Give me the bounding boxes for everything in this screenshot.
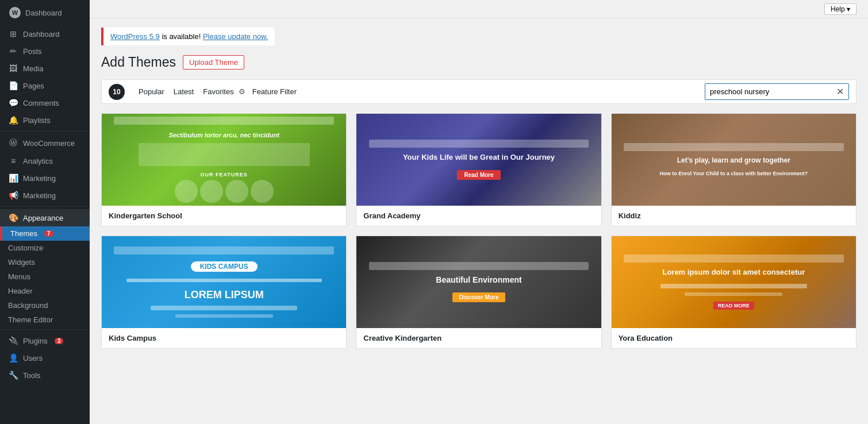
wp-update-notice: WordPress 5.9 is available! Please updat…	[101, 28, 275, 45]
sidebar-item-dashboard[interactable]: ⊞ Dashboard	[0, 25, 90, 43]
sidebar-item-label: Dashboard	[23, 30, 60, 38]
sidebar-item-comments[interactable]: 💬 Comments	[0, 94, 90, 111]
media-icon: 🖼	[8, 64, 18, 73]
plugins-icon: 🔌	[8, 336, 18, 345]
menus-label: Menus	[8, 272, 30, 281]
theme-grid: Sectibulum tortor arcu, nec tincidunt OU…	[101, 113, 857, 349]
theme-preview-creative: Beautiful Environment Discover More	[356, 236, 601, 328]
dashboard-icon: ⊞	[8, 29, 18, 38]
theme-preview-grand-academy: Your Kids Life will be Great in Our Jour…	[356, 114, 601, 206]
theme-card-yora[interactable]: Lorem ipsum dolor sit amet consectetur R…	[611, 236, 857, 349]
wp-version-link[interactable]: WordPress 5.9	[110, 32, 160, 41]
theme-card-kindergarten[interactable]: Sectibulum tortor arcu, nec tincidunt OU…	[101, 113, 347, 226]
filter-feature[interactable]: Feature Filter	[248, 85, 301, 98]
sidebar-item-pages[interactable]: 📄 Pages	[0, 77, 90, 94]
search-clear-button[interactable]: ✕	[832, 84, 848, 99]
pages-icon: 📄	[8, 81, 18, 90]
page-title: Add Themes	[101, 55, 176, 70]
theme-editor-label: Theme Editor	[8, 315, 53, 324]
main-content: Help ▾ WordPress 5.9 is available! Pleas…	[90, 0, 868, 424]
playlists-icon: 🔔	[8, 115, 18, 125]
gear-icon: ⚙	[239, 87, 245, 96]
update-now-link[interactable]: Please update now.	[203, 32, 268, 41]
theme-name-kids-campus: Kids Campus	[102, 328, 346, 348]
sidebar-item-label: Marketing	[23, 174, 56, 183]
sidebar-item-appearance[interactable]: 🎨 Appearance	[0, 209, 90, 226]
sidebar: W Dashboard ⊞ Dashboard ✏ Posts 🖼 Media …	[0, 0, 90, 424]
sidebar-logo-label: Dashboard	[25, 9, 62, 17]
sidebar-item-background[interactable]: Background	[0, 298, 90, 313]
sidebar-item-menus[interactable]: Menus	[0, 269, 90, 284]
tools-icon: 🔧	[8, 371, 18, 380]
header-label: Header	[8, 287, 33, 295]
filter-latest[interactable]: Latest	[169, 85, 198, 98]
themes-badge: 7	[44, 230, 53, 237]
theme-card-grand-academy[interactable]: Your Kids Life will be Great in Our Jour…	[356, 113, 601, 226]
theme-card-kiddiz[interactable]: Let's play, learn and grow together How …	[611, 113, 857, 226]
sidebar-item-themes[interactable]: Themes 7	[0, 226, 90, 241]
upload-theme-button[interactable]: Upload Theme	[183, 55, 244, 70]
sidebar-item-header[interactable]: Header	[0, 284, 90, 298]
theme-preview-kiddiz: Let's play, learn and grow together How …	[612, 114, 856, 206]
appearance-icon: 🎨	[8, 213, 18, 222]
sidebar-item-tools[interactable]: 🔧 Tools	[0, 367, 90, 384]
content-area: WordPress 5.9 is available! Please updat…	[90, 18, 868, 358]
sidebar-item-label: Users	[23, 354, 43, 363]
analytics-icon: 📊	[8, 174, 18, 183]
page-header: Add Themes Upload Theme	[101, 55, 857, 70]
themes-label: Themes	[10, 229, 37, 238]
filter-favorites[interactable]: Favorites	[198, 85, 238, 98]
topbar: Help ▾	[90, 0, 868, 18]
sidebar-item-label: Pages	[23, 82, 44, 90]
sidebar-item-marketing[interactable]: 📢 Marketing	[0, 187, 90, 204]
plugins-badge: 3	[55, 338, 64, 344]
sidebar-item-media[interactable]: 🖼 Media	[0, 60, 90, 77]
sidebar-item-woocommerce[interactable]: Ⓦ WooCommerce	[0, 134, 90, 152]
filter-bar: 10 Popular Latest Favorites ⚙ Feature Fi…	[101, 79, 857, 104]
theme-card-creative[interactable]: Beautiful Environment Discover More Crea…	[356, 236, 601, 349]
sidebar-logo[interactable]: W Dashboard	[0, 0, 90, 25]
widgets-label: Widgets	[8, 258, 35, 267]
sidebar-item-posts[interactable]: ✏ Posts	[0, 43, 90, 60]
search-box: ✕	[705, 83, 849, 100]
marketing-icon: 📢	[8, 191, 18, 200]
filter-popular[interactable]: Popular	[134, 85, 169, 98]
sidebar-item-label: Tools	[23, 371, 40, 380]
comments-icon: 💬	[8, 98, 18, 107]
sidebar-item-plugins[interactable]: 🔌 Plugins 3	[0, 332, 90, 349]
theme-name-yora: Yora Education	[612, 328, 856, 348]
theme-preview-kindergarten: Sectibulum tortor arcu, nec tincidunt OU…	[102, 114, 346, 206]
sidebar-item-label: Plugins	[23, 337, 48, 345]
theme-card-kids-campus[interactable]: KIDS CAMPUS LOREM LIPSUM Kids Campus	[101, 236, 347, 349]
theme-preview-yora: Lorem ipsum dolor sit amet consectetur R…	[612, 236, 856, 328]
users-icon: 👤	[8, 353, 18, 363]
products-icon: ≡	[8, 156, 18, 165]
theme-name-kiddiz: Kiddiz	[612, 206, 856, 226]
appearance-submenu: Themes 7 Customize Widgets Menus Header …	[0, 226, 90, 327]
sidebar-divider-1	[0, 131, 90, 132]
filter-count: 10	[109, 84, 125, 100]
sidebar-item-products[interactable]: ≡ Analytics	[0, 152, 90, 169]
sidebar-item-customize[interactable]: Customize	[0, 241, 90, 255]
sidebar-item-users[interactable]: 👤 Users	[0, 349, 90, 367]
search-input[interactable]	[705, 85, 832, 98]
sidebar-item-label: Posts	[23, 47, 42, 56]
sidebar-item-label: Marketing	[23, 191, 56, 200]
customize-label: Customize	[8, 244, 43, 252]
sidebar-item-widgets[interactable]: Widgets	[0, 255, 90, 269]
posts-icon: ✏	[8, 47, 18, 56]
theme-name-kindergarten: Kindergarten School	[102, 206, 346, 226]
sidebar-divider-3	[0, 329, 90, 330]
sidebar-item-label: Media	[23, 64, 43, 73]
notice-text: is available!	[162, 32, 203, 41]
sidebar-item-label: Playlists	[23, 116, 51, 125]
woocommerce-icon: Ⓦ	[8, 138, 18, 148]
theme-preview-kids-campus: KIDS CAMPUS LOREM LIPSUM	[102, 236, 346, 328]
sidebar-item-theme-editor[interactable]: Theme Editor	[0, 313, 90, 327]
sidebar-divider-2	[0, 206, 90, 207]
sidebar-item-analytics[interactable]: 📊 Marketing	[0, 169, 90, 187]
background-label: Background	[8, 301, 48, 310]
sidebar-item-label: Appearance	[23, 214, 63, 222]
sidebar-item-playlists[interactable]: 🔔 Playlists	[0, 111, 90, 129]
help-button[interactable]: Help ▾	[824, 3, 857, 15]
